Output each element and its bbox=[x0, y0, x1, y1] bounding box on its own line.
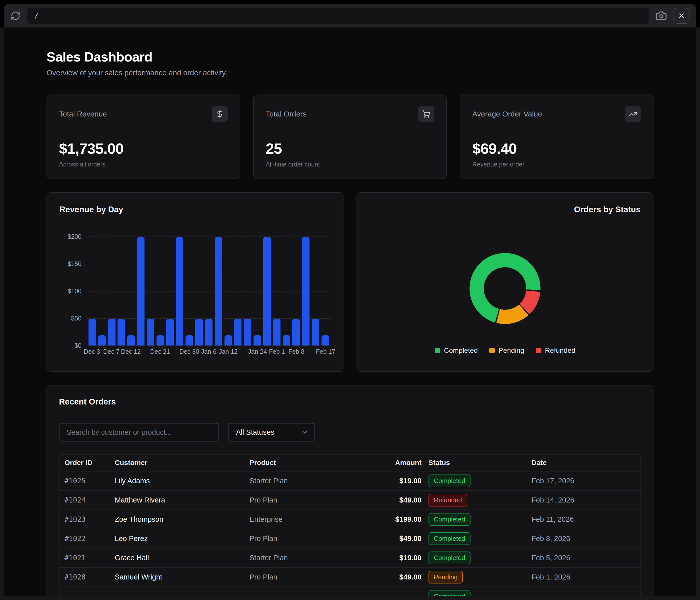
order-date: Feb 14, 2026 bbox=[531, 496, 635, 504]
x-tick-label: Jan 12 bbox=[219, 348, 238, 355]
revenue-by-day-card: Revenue by Day $200$150$100$50$0 Dec 3De… bbox=[47, 192, 344, 372]
product-name: Pro Plan bbox=[250, 496, 372, 504]
dashboard-page: Sales Dashboard Overview of your sales p… bbox=[4, 27, 696, 596]
orders-table: Order IDCustomerProductAmountStatusDate#… bbox=[59, 454, 641, 596]
product-name: Starter Plan bbox=[250, 554, 372, 562]
revenue-bar bbox=[234, 319, 242, 346]
revenue-bar bbox=[253, 335, 261, 346]
table-row: #1021Grace HallStarter Plan$19.00Complet… bbox=[59, 548, 641, 567]
status-badge: Completed bbox=[428, 475, 471, 487]
order-status: Completed bbox=[422, 551, 531, 564]
product-name: Starter Plan bbox=[250, 477, 372, 485]
x-tick-label: Dec 30 bbox=[179, 348, 199, 355]
revenue-bar bbox=[244, 319, 251, 346]
table-row: #1020Samuel WrightPro Plan$49.00PendingF… bbox=[59, 567, 641, 586]
status-badge: Completed bbox=[428, 532, 471, 545]
revenue-x-axis: Dec 3Dec 7Dec 12Dec 21Dec 30Jan 6Jan 12J… bbox=[87, 348, 330, 358]
recent-orders-card: Recent Orders All Statuses Order IDCusto… bbox=[47, 385, 653, 596]
order-status: Completed bbox=[422, 590, 531, 596]
stat-card-total-revenue: Total Revenue $1,735.00 Across all order… bbox=[47, 95, 240, 179]
url-input[interactable] bbox=[27, 8, 649, 24]
order-amount: $199.00 bbox=[372, 515, 422, 524]
trending-up-icon bbox=[625, 106, 641, 122]
stat-title: Total Orders bbox=[266, 110, 306, 118]
product-name: Pro Plan bbox=[250, 534, 372, 543]
order-id: #1022 bbox=[65, 534, 115, 543]
orders-by-status-card: Orders by Status CompletedPendingRefunde… bbox=[356, 192, 653, 372]
table-row: #1025Lily AdamsStarter Plan$19.00Complet… bbox=[59, 471, 641, 490]
status-filter-value: All Statuses bbox=[236, 428, 274, 436]
customer-name: Zoe Thompson bbox=[115, 515, 250, 524]
legend-swatch-pending bbox=[489, 348, 495, 353]
customer-name: Samuel Wright bbox=[115, 573, 250, 581]
order-amount: $49.00 bbox=[372, 534, 422, 543]
camera-icon[interactable] bbox=[655, 10, 667, 22]
revenue-bar bbox=[98, 335, 106, 346]
y-tick-label: $200 bbox=[68, 233, 81, 240]
revenue-bar bbox=[156, 335, 164, 346]
chevron-down-icon bbox=[301, 428, 308, 436]
order-date: Feb 11, 2026 bbox=[531, 515, 635, 524]
status-legend: CompletedPendingRefunded bbox=[370, 347, 641, 354]
status-chart-title: Orders by Status bbox=[370, 205, 641, 214]
stat-card-total-orders: Total Orders 25 All-time order count bbox=[253, 95, 447, 179]
revenue-bar bbox=[176, 237, 183, 346]
revenue-bar bbox=[312, 319, 319, 346]
customer-name: Matthew Rivera bbox=[115, 496, 250, 504]
order-status: Completed bbox=[422, 475, 531, 487]
order-date: Feb 1, 2026 bbox=[531, 573, 635, 581]
table-row: #1022Leo PerezPro Plan$49.00CompletedFeb… bbox=[59, 529, 641, 548]
customer-name: Leo Perez bbox=[115, 534, 250, 543]
order-status: Completed bbox=[422, 513, 531, 526]
order-date: Feb 8, 2026 bbox=[531, 534, 635, 543]
product-name: Pro Plan bbox=[250, 573, 372, 581]
stat-sub: Across all orders bbox=[59, 161, 228, 168]
revenue-bar bbox=[273, 319, 280, 346]
column-header: Order ID bbox=[65, 459, 115, 467]
stat-title: Total Revenue bbox=[59, 110, 107, 118]
orders-status-donut bbox=[470, 253, 541, 324]
stat-value: $1,735.00 bbox=[59, 140, 228, 157]
dollar-sign-icon bbox=[212, 106, 228, 122]
stats-row: Total Revenue $1,735.00 Across all order… bbox=[47, 95, 653, 179]
refresh-icon[interactable] bbox=[10, 11, 21, 21]
order-amount: $19.00 bbox=[372, 554, 422, 562]
gridline bbox=[87, 346, 330, 346]
status-filter-select[interactable]: All Statuses bbox=[228, 423, 315, 442]
revenue-plot-bars bbox=[87, 236, 330, 346]
search-input[interactable] bbox=[59, 423, 219, 442]
revenue-bar bbox=[322, 335, 329, 346]
column-header: Customer bbox=[115, 459, 250, 467]
legend-swatch-refunded bbox=[536, 348, 541, 353]
customer-name: Lily Adams bbox=[115, 477, 250, 485]
legend-item-completed: Completed bbox=[435, 347, 478, 354]
charts-row: Revenue by Day $200$150$100$50$0 Dec 3De… bbox=[47, 192, 653, 372]
x-tick-label: Dec 21 bbox=[150, 348, 170, 355]
browser-frame: Sales Dashboard Overview of your sales p… bbox=[0, 27, 700, 600]
order-status: Refunded bbox=[422, 494, 531, 506]
legend-item-pending: Pending bbox=[489, 347, 524, 354]
y-tick-label: $100 bbox=[68, 288, 81, 295]
order-amount: $19.00 bbox=[372, 477, 422, 485]
x-tick-label: Feb 8 bbox=[289, 348, 304, 355]
revenue-bar bbox=[185, 335, 193, 346]
revenue-bar bbox=[225, 335, 232, 346]
revenue-bar bbox=[263, 237, 271, 346]
x-tick-label: Dec 12 bbox=[121, 348, 141, 355]
table-row-partial: Completed bbox=[59, 586, 641, 596]
revenue-chart-title: Revenue by Day bbox=[59, 205, 330, 214]
legend-swatch-completed bbox=[435, 348, 440, 353]
close-icon[interactable] bbox=[674, 8, 690, 24]
revenue-bar bbox=[292, 319, 300, 346]
x-tick-label: Dec 3 bbox=[84, 348, 100, 355]
order-id: #1023 bbox=[65, 515, 115, 524]
order-id: #1024 bbox=[65, 496, 115, 504]
browser-toolbar bbox=[4, 4, 696, 27]
recent-orders-heading: Recent Orders bbox=[59, 397, 641, 406]
revenue-bar bbox=[302, 237, 309, 346]
column-header: Amount bbox=[372, 459, 422, 467]
orders-controls: All Statuses bbox=[59, 423, 641, 442]
stat-value: $69.40 bbox=[472, 140, 641, 157]
page-subtitle: Overview of your sales performance and o… bbox=[47, 69, 653, 77]
y-tick-label: $0 bbox=[75, 342, 81, 349]
